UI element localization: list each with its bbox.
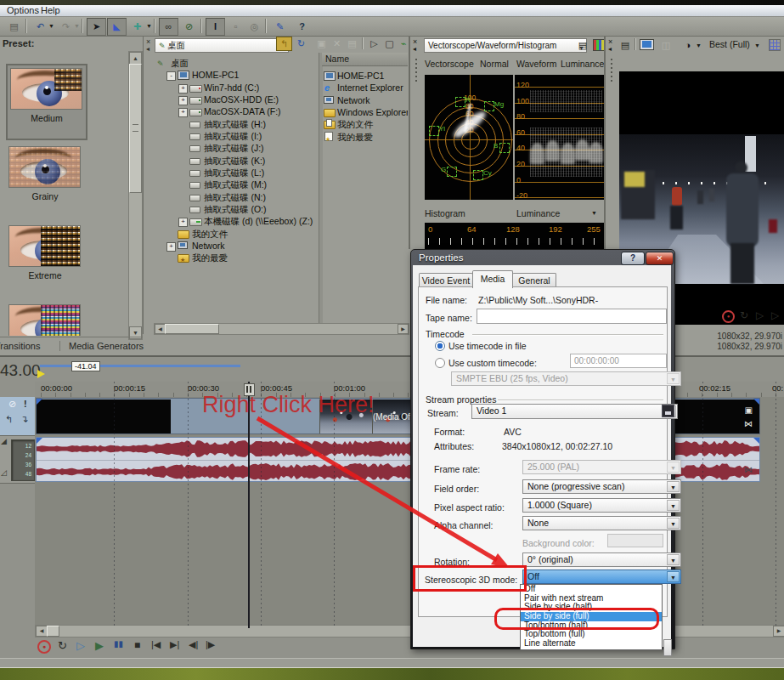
pan-crop-icon[interactable]: ▣ [745,405,753,415]
paint-brush-button[interactable]: ✎ [270,18,290,36]
marquee-zoom-button[interactable]: ◎ [245,18,264,36]
stop-preview-button[interactable]: ▢ [381,37,398,51]
preset-item-medium[interactable]: Medium [6,64,87,140]
go-to-end-button[interactable]: ▶| [170,639,179,650]
undo-button[interactable]: ↶ [31,18,50,36]
expand-icon[interactable]: + [178,108,188,117]
tool-caret-icon[interactable]: ▼ [146,23,152,29]
next-frame-button[interactable]: |▶ [206,639,215,650]
radio-custom-timecode-label[interactable]: Use custom timecode: [448,358,537,368]
copy-snapshot-button[interactable]: ▤ [618,37,633,53]
preset-scrollbar[interactable]: ▲ ▼ [128,51,143,340]
scroll-left-button[interactable]: ◀ [36,626,48,637]
scope-type-dropdown[interactable]: Vectorscope/Waveform/Histogram▼ [424,38,587,53]
custom-timecode-input[interactable]: 00:00:00:00 [570,354,667,368]
chevron-down-icon[interactable]: ▼ [754,42,760,48]
level-icon[interactable]: ↰ [5,414,13,425]
corner-handle-icon[interactable] [753,399,759,405]
folder-view-button[interactable]: ▤ [344,37,360,51]
expand-icon[interactable]: + [166,242,176,252]
tab-media[interactable]: Media [472,270,513,288]
playhead-line[interactable] [248,382,250,628]
cancel-button-sliver[interactable] [663,639,672,656]
lock-envelopes-button[interactable]: ⊘ [179,18,199,36]
pause-button[interactable]: ▮▮ [114,639,123,649]
menu-help[interactable]: Help [41,5,60,15]
start-preview-button[interactable]: ▷ [366,37,382,51]
dialog-close-button[interactable]: ✕ [646,252,674,265]
play-from-start-button[interactable]: ▷ [76,639,85,652]
mute-icon[interactable]: ⊘ [8,399,16,410]
copy-snapshot-button[interactable]: ▤ [575,37,590,53]
stereoscopic-3d-dropdown[interactable]: Off▼ [522,570,681,584]
panel-pin-icon[interactable]: ◂ [413,45,416,53]
new-folder-button[interactable]: ▣ [313,37,330,51]
collapse-icon[interactable]: - [166,71,176,81]
whats-this-help-button[interactable]: ? [292,18,312,36]
ibeam-tool-button[interactable]: I [206,18,225,36]
scroll-right-button[interactable]: ▶ [773,626,784,637]
histogram-mode[interactable]: Luminance [516,208,560,218]
preview-play-button[interactable]: ▷ [771,309,779,321]
grid-overlay-button[interactable] [769,39,781,51]
prev-frame-button[interactable]: ◀| [189,639,198,650]
fade-icon[interactable]: ◿ [1,468,7,477]
scrollbar-thumb[interactable] [129,64,142,193]
expand-icon[interactable]: + [178,96,188,105]
preview-record-button[interactable]: ● [722,310,735,323]
go-to-start-button[interactable]: |◀ [151,639,161,650]
scroll-right-button[interactable]: ▶ [398,324,409,334]
loop-region-bar[interactable] [40,365,240,367]
expand-icon[interactable]: + [178,84,188,94]
timeline-rate-display[interactable]: 43.00 [0,361,41,380]
video-track-header[interactable]: ⊘ ! ↰ ↴ [0,397,35,436]
redo-button[interactable]: ↷ [56,18,76,36]
save-stream-button[interactable] [662,405,674,417]
arm-icon[interactable]: ◢ [1,437,7,445]
record-button[interactable]: ● [37,640,51,654]
radio-timecode-file[interactable] [435,341,445,351]
paste-button[interactable]: ▤ [4,18,24,36]
refresh-button[interactable]: ↻ [293,37,309,51]
stop-button[interactable]: ■ [134,639,140,651]
play-button[interactable]: ▶ [95,639,104,652]
solo-icon[interactable]: ! [24,399,27,409]
up-one-level-button[interactable]: ↰ [276,37,292,51]
scroll-up-button[interactable]: ▲ [129,52,142,65]
external-monitor-button[interactable] [640,39,654,50]
menu-options[interactable]: Options [7,5,39,15]
waveform-mode[interactable]: Luminance [561,59,604,69]
audio-track-header[interactable]: ◢ 12 24 36 48 ◿ [0,436,35,484]
preset-item-partial[interactable] [8,302,82,336]
scope-settings-icon[interactable] [593,39,605,51]
alpha-channel-dropdown[interactable]: None▼ [522,516,681,530]
fx-icon[interactable]: ↴ [20,414,28,425]
selection-edit-tool-button[interactable]: ✚ [127,18,147,36]
split-screen-button[interactable]: ◫ [658,37,674,53]
event-fx-icon[interactable]: ⋈ [744,419,753,428]
audio-fx-icon[interactable]: ⋈ [744,465,753,474]
pixel-aspect-dropdown[interactable]: 1.0000 (Square)▼ [522,498,681,513]
stream-dropdown[interactable]: Video 1▼ [471,404,678,419]
loop-start-marker[interactable] [37,370,45,378]
loop-playback-button[interactable]: ↻ [58,639,67,652]
envelope-edit-tool-button[interactable]: ◣ [107,18,127,36]
tape-name-input[interactable] [477,309,667,324]
chevron-down-icon[interactable]: ▼ [696,42,702,48]
slip-tool-button[interactable]: ▫ [226,18,245,36]
preview-quality-icon[interactable]: ◑ [680,37,696,53]
rotation-dropdown[interactable]: 0° (original)▼ [522,552,681,567]
preview-play-from-start-button[interactable]: ▷ [756,309,764,321]
panel-pin-icon[interactable]: ◂ [146,45,149,53]
scrollbar-thumb[interactable] [47,626,59,637]
preview-loop-button[interactable]: ↻ [740,309,748,321]
panel-pin-icon[interactable]: ◂ [608,45,612,53]
dialog-help-button[interactable]: ? [621,252,645,265]
corner-handle-icon[interactable] [37,438,42,444]
corner-handle-icon[interactable] [753,438,759,444]
radio-custom-timecode[interactable] [435,358,445,368]
address-dropdown[interactable]: ✎ 桌面▼ [155,38,289,53]
tab-media-generators[interactable]: Media Generators [59,341,144,351]
normal-edit-tool-button[interactable]: ➤ [87,18,106,36]
preset-item-extreme[interactable]: Extreme [8,223,82,294]
